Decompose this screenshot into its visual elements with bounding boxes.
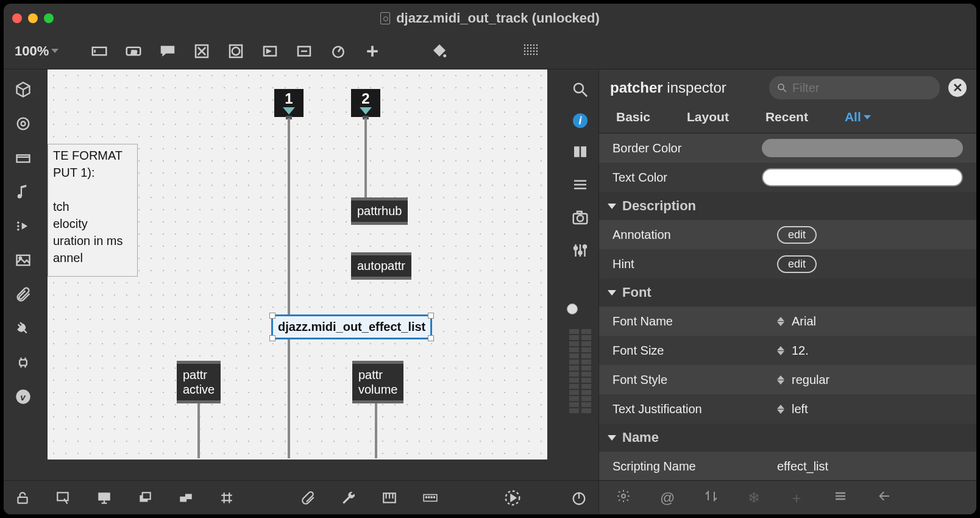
svg-point-72 [778, 84, 784, 90]
tab-all[interactable]: All [845, 110, 871, 124]
layers-icon[interactable] [177, 489, 194, 507]
list-icon[interactable] [571, 176, 589, 194]
zoom-dropdown[interactable]: 100% [15, 43, 59, 59]
plug-icon[interactable] [14, 319, 32, 338]
svg-point-17 [444, 54, 447, 57]
sliders-icon[interactable] [571, 241, 589, 260]
svg-point-26 [530, 47, 532, 49]
v-circle-icon[interactable]: v [14, 388, 32, 406]
gear-icon[interactable] [616, 489, 631, 507]
lock-icon[interactable] [15, 489, 31, 507]
svg-point-99 [428, 496, 429, 497]
row-text-color[interactable]: Text Color [599, 163, 976, 192]
tab-recent[interactable]: Recent [765, 110, 808, 124]
stepper-icon[interactable] [777, 346, 784, 355]
keyboard-icon[interactable] [422, 489, 438, 507]
row-border-color[interactable]: Border Color [599, 133, 976, 163]
stepper-icon[interactable] [777, 375, 784, 385]
dial-icon[interactable] [328, 41, 349, 62]
panel-icon[interactable] [14, 149, 32, 167]
comment-icon[interactable] [157, 41, 178, 62]
piano-icon[interactable] [381, 489, 397, 507]
row-font-size[interactable]: Font Size 12. [599, 336, 976, 365]
inspector-filter[interactable] [769, 76, 940, 99]
image-icon[interactable] [14, 251, 32, 269]
info-icon[interactable]: i [573, 113, 588, 128]
left-rail: v [4, 69, 43, 514]
toggle-icon[interactable] [191, 41, 212, 62]
section-description[interactable]: Description [599, 192, 976, 220]
grid-pattern-icon[interactable] [520, 41, 541, 62]
section-font[interactable]: Font [599, 279, 976, 307]
patch-cable[interactable] [288, 118, 290, 458]
message-box-icon[interactable]: m [123, 41, 144, 62]
inlet-2[interactable]: 2 [351, 89, 380, 117]
tab-basic[interactable]: Basic [616, 110, 650, 124]
package-icon[interactable] [14, 80, 32, 99]
svg-rect-49 [20, 360, 27, 365]
svg-point-30 [527, 50, 529, 52]
patch-cable[interactable] [364, 118, 367, 197]
annotation-edit-button[interactable]: edit [777, 226, 817, 244]
border-color-swatch[interactable] [762, 139, 963, 157]
plus-icon[interactable]: ＋ [789, 488, 804, 508]
object-pattr-active[interactable]: pattr active [177, 361, 221, 403]
patcher-canvas[interactable]: TE FORMAT PUT 1): tch elocity uration in… [48, 69, 547, 459]
stepper-icon[interactable] [777, 317, 784, 326]
snowflake-icon[interactable]: ❄ [748, 489, 760, 506]
connector-icon[interactable] [14, 353, 32, 372]
close-inspector-button[interactable]: ✕ [948, 79, 967, 97]
float-box-icon[interactable] [294, 41, 314, 62]
row-font-name[interactable]: Font Name Arial [599, 307, 976, 336]
power-icon[interactable] [570, 489, 588, 507]
row-scripting-name[interactable]: Scripting Name effect_list [599, 452, 976, 480]
section-name[interactable]: Name [599, 424, 976, 452]
top-toolbar: 100% m [4, 33, 976, 69]
text-color-swatch[interactable] [762, 168, 963, 186]
step-forward-icon[interactable] [14, 217, 32, 235]
object-effect-list-selected[interactable]: djazz.midi_out_effect_list [271, 314, 432, 339]
svg-point-24 [524, 47, 526, 49]
row-hint[interactable]: Hint edit [599, 249, 976, 279]
play-circle-icon[interactable] [503, 489, 522, 507]
grid-icon[interactable] [218, 489, 235, 507]
cursor-icon[interactable] [55, 489, 72, 507]
paperclip-icon[interactable] [14, 285, 32, 303]
row-font-style[interactable]: Font Style regular [599, 365, 976, 394]
presentation-icon[interactable] [96, 489, 113, 507]
audio-meters[interactable] [569, 279, 591, 413]
back-arrow-icon[interactable] [877, 489, 892, 507]
patch-cable[interactable] [375, 397, 377, 458]
add-object-icon[interactable] [362, 41, 383, 62]
menu-icon[interactable] [833, 489, 848, 507]
object-pattr-volume[interactable]: pattr volume [352, 361, 403, 403]
attach-icon[interactable] [300, 489, 316, 507]
gain-knob[interactable] [567, 303, 578, 314]
button-icon[interactable] [225, 41, 246, 62]
target-icon[interactable] [14, 115, 32, 133]
columns-icon[interactable] [571, 143, 589, 161]
search-icon[interactable] [571, 80, 589, 99]
object-autopattr[interactable]: autopattr [351, 252, 411, 280]
paint-bucket-icon[interactable] [429, 41, 450, 62]
stepper-icon[interactable] [777, 405, 784, 414]
object-pattrhub[interactable]: pattrhub [351, 197, 408, 225]
patch-cable[interactable] [197, 397, 200, 458]
hint-edit-button[interactable]: edit [777, 255, 817, 273]
at-icon[interactable]: @ [660, 489, 675, 506]
number-box-icon[interactable] [260, 41, 280, 62]
wrench-icon[interactable] [341, 489, 357, 507]
inlet-1[interactable]: 1 [274, 89, 304, 117]
filter-input[interactable] [792, 81, 932, 95]
comment-object[interactable]: TE FORMAT PUT 1): tch elocity uration in… [48, 144, 138, 277]
stack-icon[interactable] [137, 489, 153, 507]
chevron-down-icon [864, 115, 871, 119]
swap-icon[interactable] [704, 489, 719, 507]
object-box-icon[interactable] [89, 41, 110, 62]
tab-layout[interactable]: Layout [687, 110, 729, 124]
camera-icon[interactable] [571, 208, 589, 227]
svg-point-20 [527, 44, 529, 46]
row-annotation[interactable]: Annotation edit [599, 220, 976, 249]
note-icon[interactable] [14, 183, 32, 201]
row-text-justification[interactable]: Text Justification left [599, 394, 976, 424]
